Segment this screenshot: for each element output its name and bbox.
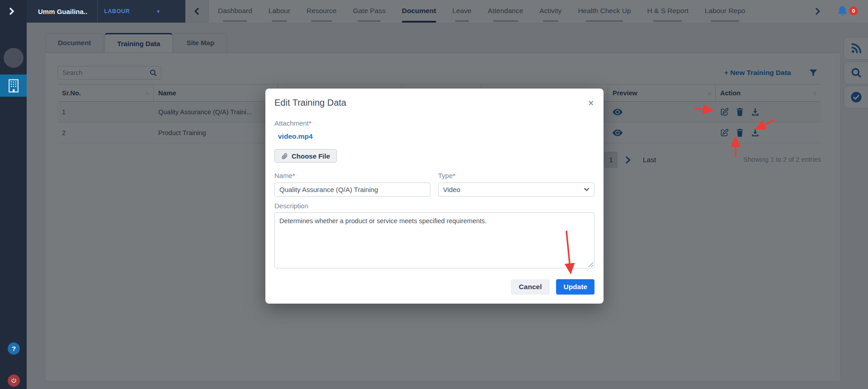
choose-file-label: Choose File [292, 152, 330, 160]
divider [97, 0, 98, 23]
notification-count-badge: 0 [849, 6, 858, 15]
project-dropdown[interactable]: LABOUR ▼ [104, 8, 160, 14]
sidebar-expand-button[interactable] [8, 6, 16, 18]
name-label: Name* [274, 172, 295, 179]
help-label: ? [12, 345, 16, 352]
description-label: Description [274, 202, 308, 210]
paperclip-icon [281, 153, 288, 159]
modal-title: Edit Training Data [274, 98, 594, 108]
help-button[interactable]: ? [8, 342, 20, 355]
chevron-down-icon [584, 187, 590, 192]
building-icon [7, 79, 20, 93]
type-label: Type* [438, 172, 455, 179]
attachment-label: Attachment* [274, 119, 311, 127]
bell-icon [836, 5, 849, 17]
description-field[interactable]: Determines whether a product or service … [274, 212, 594, 268]
type-select[interactable]: Video [438, 183, 594, 197]
notifications-button[interactable]: 0 [836, 5, 849, 19]
user-avatar[interactable] [4, 48, 24, 68]
close-icon[interactable]: × [588, 98, 594, 108]
name-field[interactable] [274, 183, 430, 197]
project-dropdown-label: LABOUR [104, 8, 130, 14]
sidebar-item-organization[interactable] [0, 75, 27, 97]
type-select-value: Video [443, 186, 460, 193]
logout-button[interactable] [8, 375, 20, 387]
mini-sidebar: ? [0, 0, 27, 389]
cancel-button[interactable]: Cancel [511, 279, 550, 295]
choose-file-button[interactable]: Choose File [274, 149, 337, 163]
caret-down-icon: ▼ [156, 9, 160, 14]
power-icon [10, 377, 17, 384]
attachment-file-link[interactable]: video.mp4 [278, 132, 313, 141]
update-button[interactable]: Update [556, 279, 594, 295]
project-header: Umm Guailina.. LABOUR ▼ [27, 0, 185, 23]
site-title: Umm Guailina.. [38, 8, 87, 15]
edit-training-data-modal: Edit Training Data × Attachment* video.m… [265, 89, 604, 304]
